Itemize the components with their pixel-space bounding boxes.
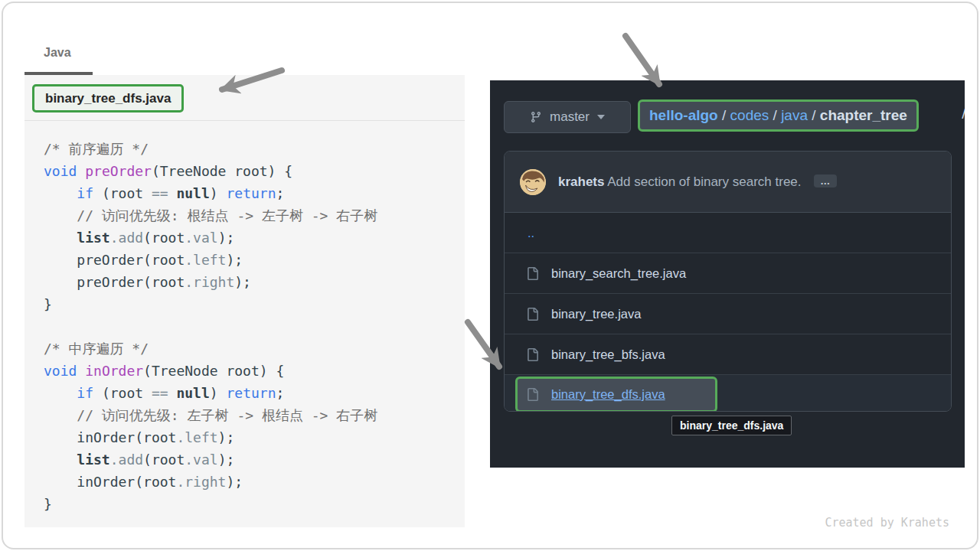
code-token	[168, 185, 177, 201]
code-token: );	[218, 452, 235, 468]
code-token: null	[176, 385, 209, 401]
code-token: .left	[176, 429, 217, 445]
file-highlight-box: binary_tree_dfs.java	[515, 377, 717, 412]
code-panel-header: binary_tree_dfs.java	[24, 75, 465, 121]
latest-commit-bar: krahets Add section of binary search tre…	[505, 152, 951, 213]
code-token: null	[176, 185, 209, 201]
file-row[interactable]: binary_tree_dfs.java	[505, 374, 951, 412]
code-token: ==	[152, 185, 168, 201]
credit-text: Created by Krahets	[825, 516, 949, 530]
code-token: void	[44, 163, 77, 179]
file-link[interactable]: binary_tree_bfs.java	[551, 347, 665, 362]
breadcrumb-trailing-slash: /	[958, 106, 965, 122]
code-line: void preOrder(TreeNode root) {	[44, 160, 377, 182]
code-token: .right	[176, 474, 226, 490]
file-icon	[526, 388, 539, 401]
file-tooltip: binary_tree_dfs.java	[671, 416, 792, 435]
parent-dir-link[interactable]: ..	[528, 226, 534, 240]
breadcrumb-separator: /	[769, 107, 781, 124]
code-token: );	[218, 230, 235, 246]
file-icon	[526, 308, 539, 321]
code-token: list	[77, 230, 109, 246]
file-row[interactable]: binary_search_tree.java	[505, 253, 951, 293]
code-token: return	[226, 385, 276, 401]
code-token: .left	[185, 252, 226, 268]
code-line: /* 前序遍历 */	[44, 138, 377, 160]
code-block: /* 前序遍历 */void preOrder(TreeNode root) {…	[44, 138, 377, 515]
code-token	[77, 363, 85, 379]
code-line: }	[44, 493, 377, 515]
file-icon	[526, 267, 539, 280]
code-token: (root	[143, 230, 185, 246]
code-filename: binary_tree_dfs.java	[45, 91, 171, 106]
code-token: );	[234, 274, 251, 290]
github-file-browser: master hello-algo / codes / java / chapt…	[490, 80, 965, 468]
code-token: ;	[276, 385, 285, 401]
code-token: )	[210, 385, 227, 401]
code-line	[44, 315, 377, 337]
code-token: (TreeNode root) {	[152, 163, 292, 179]
code-token: return	[226, 185, 276, 201]
arrow-to-breadcrumb	[626, 36, 659, 84]
code-token: /* 中序遍历 */	[44, 341, 149, 357]
code-token: );	[226, 252, 243, 268]
commit-summary: krahets Add section of binary search tre…	[558, 174, 837, 190]
code-token: .right	[185, 274, 234, 290]
code-line: preOrder(root.right);	[44, 271, 377, 293]
breadcrumb-segment-codes[interactable]: codes	[730, 107, 769, 124]
code-token: .add	[110, 452, 143, 468]
file-list: .. binary_search_tree.java binary_tree.j…	[505, 213, 951, 412]
code-line: /* 中序遍历 */	[44, 337, 377, 360]
code-token	[44, 452, 77, 468]
file-row[interactable]: binary_tree_bfs.java	[505, 334, 951, 374]
code-token: .val	[185, 230, 217, 246]
code-line: void inOrder(TreeNode root) {	[44, 360, 377, 382]
code-line: inOrder(root.right);	[44, 471, 377, 493]
git-branch-icon	[530, 111, 542, 123]
file-link[interactable]: binary_tree.java	[551, 307, 641, 321]
code-token	[44, 230, 77, 246]
code-token: ;	[276, 185, 285, 201]
code-line: inOrder(root.left);	[44, 426, 377, 448]
file-link[interactable]: binary_tree_dfs.java	[551, 387, 665, 402]
code-panel: binary_tree_dfs.java /* 前序遍历 */void preO…	[24, 75, 465, 527]
code-token	[44, 207, 77, 223]
code-token	[44, 385, 77, 401]
code-token: (root	[93, 185, 152, 201]
filename-highlight-box: binary_tree_dfs.java	[32, 84, 184, 112]
code-token: if	[77, 385, 93, 401]
code-token: inOrder(root	[44, 474, 176, 490]
breadcrumb-separator: /	[808, 107, 820, 124]
code-line: preOrder(root.left);	[44, 249, 377, 271]
code-token	[77, 163, 85, 179]
code-token	[168, 385, 177, 401]
code-line: if (root == null) return;	[44, 382, 377, 404]
caret-down-icon	[597, 115, 605, 119]
breadcrumb: hello-algo / codes / java / chapter_tree	[649, 107, 907, 124]
file-link[interactable]: binary_search_tree.java	[551, 266, 686, 281]
code-token: // 访问优先级: 左子树 -> 根结点 -> 右子树	[77, 407, 377, 423]
branch-selector-button[interactable]: master	[504, 101, 631, 133]
code-token: .val	[185, 452, 217, 468]
tab-active-underline	[24, 72, 93, 75]
code-token: )	[210, 185, 227, 201]
breadcrumb-segment-hello-algo[interactable]: hello-algo	[649, 107, 718, 124]
code-token: (TreeNode root) {	[143, 363, 284, 379]
breadcrumb-highlight-box: hello-algo / codes / java / chapter_tree	[638, 99, 919, 132]
file-icon	[526, 348, 539, 361]
avatar[interactable]	[520, 169, 546, 195]
breadcrumb-segment-java[interactable]: java	[781, 107, 808, 124]
code-line: list.add(root.val);	[44, 227, 377, 249]
code-line: list.add(root.val);	[44, 448, 377, 471]
code-token: /* 前序遍历 */	[44, 141, 149, 157]
code-token	[44, 185, 77, 201]
file-row[interactable]: ..	[505, 213, 951, 253]
commit-more-button[interactable]: …	[814, 174, 837, 187]
code-token: inOrder	[85, 363, 143, 379]
code-line: if (root == null) return;	[44, 182, 377, 204]
commit-author-link[interactable]: krahets	[558, 174, 604, 189]
code-token: .add	[110, 230, 143, 246]
code-token: ==	[152, 385, 168, 401]
tab-java[interactable]: Java	[44, 46, 71, 60]
file-row[interactable]: binary_tree.java	[505, 293, 951, 334]
